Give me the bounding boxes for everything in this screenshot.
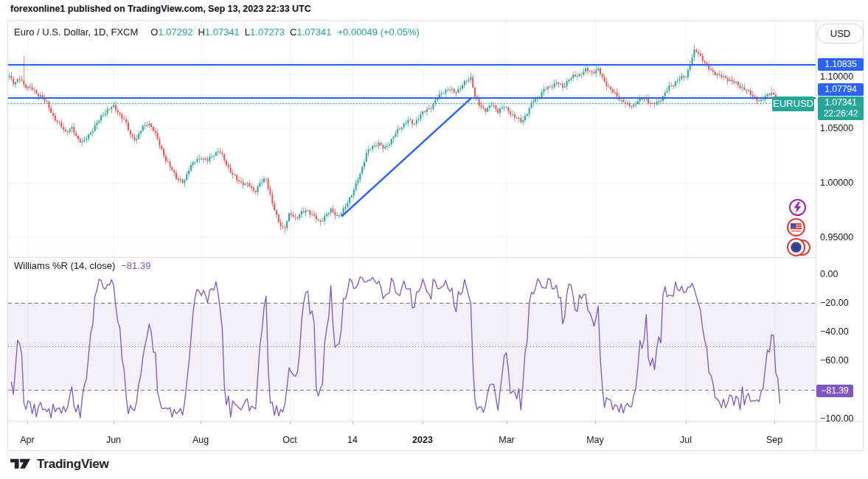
indicator-tick-label: −40.00 <box>820 326 849 338</box>
upper-level-price-label: 1.10835 <box>818 58 864 71</box>
time-tick-label: Jun <box>106 434 121 446</box>
indicator-legend: Williams %R (14, close)−81.39 <box>14 260 150 271</box>
time-tick-label: May <box>586 434 604 446</box>
symbol-title[interactable]: Euro / U.S. Dollar, 1D, FXCM <box>14 27 138 38</box>
ohlc-value: 1.07273 <box>250 27 285 38</box>
price-tick-label: 1.00000 <box>820 178 853 189</box>
indicator-tick-label: −60.00 <box>820 355 849 366</box>
price-tick-label: 1.10000 <box>820 71 853 83</box>
publish-text: forexonline1 published on TradingView.co… <box>10 4 311 14</box>
last-price-value: 1.07341 <box>818 97 864 108</box>
price-tick-label: 0.95000 <box>820 232 853 243</box>
symbol-price-flag: EURUSD <box>772 97 814 111</box>
ohlc-value: 1.07341 <box>296 27 331 38</box>
last-price-countdown-label: 1.07341 22:26:42 <box>818 97 864 120</box>
tradingview-footer[interactable]: TradingView <box>10 457 109 472</box>
price-tick-label: 1.05000 <box>820 123 853 134</box>
eu-flag <box>791 242 802 253</box>
time-tick-label: Oct <box>282 434 296 446</box>
eu-economic-events-icon[interactable] <box>787 238 805 256</box>
us-economic-events-icon[interactable] <box>787 218 805 237</box>
tradingview-logo-icon <box>10 458 31 471</box>
symbol-legend: Euro / U.S. Dollar, 1D, FXCMO1.07292H1.0… <box>14 27 420 38</box>
currency-toggle-button[interactable]: USD <box>817 24 864 43</box>
tradingview-brand-text: TradingView <box>37 457 109 472</box>
time-axis-divider <box>8 421 863 422</box>
change-value: +0.00049 (+0.05%) <box>337 27 419 38</box>
indicator-title[interactable]: Williams %R (14, close) <box>14 260 115 271</box>
indicator-tick-label: −20.00 <box>820 298 849 309</box>
ohlc-key: O <box>150 27 158 38</box>
indicator-tick-label: 0.00 <box>820 269 838 280</box>
time-tick-label: Mar <box>499 434 515 446</box>
ohlc-key: L <box>245 27 250 38</box>
indicator-value: −81.39 <box>121 260 150 271</box>
time-tick-label: Jul <box>680 434 692 446</box>
indicator-tick-label: −100.00 <box>820 413 854 424</box>
bar-countdown: 22:26:42 <box>818 108 864 119</box>
ohlc-value: 1.07292 <box>158 27 192 38</box>
time-tick-label: 2023 <box>412 434 433 446</box>
event-icons-group <box>782 199 816 277</box>
lightning-events-icon[interactable] <box>789 199 806 216</box>
time-tick-label: Sep <box>766 434 782 446</box>
ohlc-values: O1.07292H1.07341L1.07273C1.07341 <box>145 27 331 38</box>
ohlc-value: 1.07341 <box>205 27 240 38</box>
time-tick-label: Apr <box>20 434 34 446</box>
chart-widget: Euro / U.S. Dollar, 1D, FXCMO1.07292H1.0… <box>7 21 864 451</box>
williams-value-label: −81.39 <box>816 385 853 397</box>
time-tick-label: Aug <box>192 434 209 446</box>
lower-level-price-label: 1.07794 <box>818 83 864 96</box>
publish-attribution: forexonline1 published on TradingView.co… <box>10 4 311 14</box>
time-tick-label: 14 <box>347 434 358 446</box>
chart-canvas[interactable] <box>8 21 816 450</box>
ohlc-key: H <box>198 27 204 38</box>
screenshot-root: forexonline1 published on TradingView.co… <box>0 0 868 479</box>
us-flag <box>791 223 802 231</box>
pane-divider[interactable] <box>8 257 816 258</box>
